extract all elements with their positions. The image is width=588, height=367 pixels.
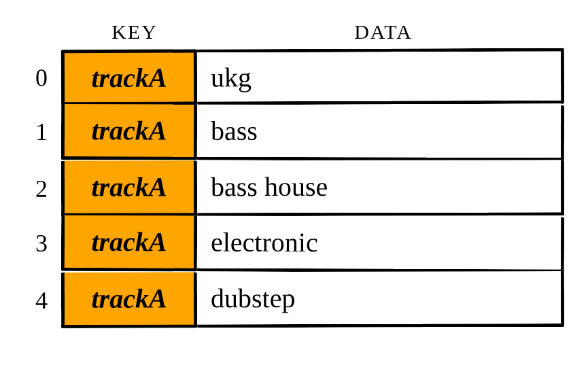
key-cell: trackA [61,272,197,328]
data-cell: bass house [197,160,564,216]
table-row: 3 trackA electronic [27,215,564,273]
key-cell: trackA [61,215,197,272]
row-index: 2 [27,161,61,217]
table-row: 2 trackA bass house [27,160,564,216]
table-headers: KEY DATA [67,20,564,43]
header-data: DATA [203,20,564,43]
table-row: 1 trackA bass [27,104,564,161]
key-cell: trackA [61,104,197,160]
key-data-table-diagram: KEY DATA 0 trackA ukg 1 trackA bass 2 tr… [27,20,564,328]
table-row: 0 trackA ukg [27,48,564,106]
row-index: 0 [27,50,61,105]
table-row: 4 trackA dubstep [27,271,564,328]
key-cell: trackA [61,50,197,106]
data-cell: bass [197,105,564,161]
row-index: 3 [27,215,61,271]
data-cell: dubstep [197,271,564,328]
table-body: 0 trackA ukg 1 trackA bass 2 trackA bass… [27,49,564,328]
header-key: KEY [67,20,203,43]
row-index: 1 [27,104,61,160]
data-cell: electronic [197,215,564,273]
row-index: 4 [27,273,61,328]
key-cell: trackA [61,160,197,216]
data-cell: ukg [197,48,564,105]
